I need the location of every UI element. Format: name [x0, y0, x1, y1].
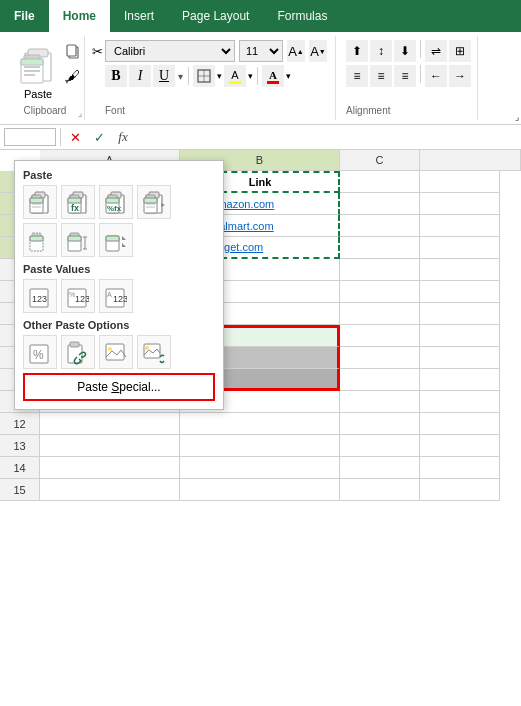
highlight-color-btn[interactable]: A — [224, 65, 246, 87]
cell-b12[interactable] — [180, 413, 340, 435]
tab-page-layout[interactable]: Page Layout — [168, 0, 263, 32]
cell-c8[interactable] — [340, 325, 420, 347]
paste-formatting-btn[interactable]: % — [23, 335, 57, 369]
cell-c14[interactable] — [340, 457, 420, 479]
underline-btn[interactable]: U — [153, 65, 175, 87]
divider4 — [420, 65, 421, 83]
align-expand-icon[interactable]: ⌟ — [515, 112, 519, 122]
paste-values-numfmt-btn[interactable]: % 123 — [61, 279, 95, 313]
cell-b14[interactable] — [180, 457, 340, 479]
font-family-select[interactable]: Calibri — [105, 40, 235, 62]
tab-home[interactable]: Home — [49, 0, 110, 32]
paste-values-row: 123 % 123 A 123 — [23, 279, 215, 313]
paste-formulas-btn[interactable]: fx — [61, 185, 95, 219]
paste-keep-source-btn[interactable] — [137, 185, 171, 219]
indent-less-btn[interactable]: ← — [425, 65, 447, 87]
divider2 — [257, 67, 258, 85]
cell-b13[interactable] — [180, 435, 340, 457]
cell-c6[interactable] — [340, 281, 420, 303]
row-num-14[interactable]: 14 — [0, 457, 40, 479]
cell-d5 — [420, 259, 500, 281]
paste-values-srcfmt-btn[interactable]: A 123 — [99, 279, 133, 313]
cell-a12[interactable] — [40, 413, 180, 435]
font-shrink-btn[interactable]: A▼ — [309, 40, 327, 62]
cell-c1[interactable] — [340, 171, 420, 193]
align-section-label: Alignment — [346, 103, 471, 116]
row-num-12[interactable]: 12 — [0, 413, 40, 435]
cell-a13[interactable] — [40, 435, 180, 457]
cell-c3[interactable] — [340, 215, 420, 237]
copy-btn[interactable] — [62, 40, 84, 62]
svg-rect-7 — [21, 59, 43, 65]
paste-linked-picture-btn[interactable] — [137, 335, 171, 369]
align-center-btn[interactable]: ≡ — [370, 65, 392, 87]
italic-btn[interactable]: I — [129, 65, 151, 87]
paste-formula-fmt-btn[interactable]: %fx — [99, 185, 133, 219]
highlight-arrow[interactable]: ▾ — [248, 71, 253, 81]
svg-rect-50 — [106, 236, 119, 241]
formula-bar-divider — [60, 128, 61, 146]
cell-c15[interactable] — [340, 479, 420, 501]
paste-button[interactable]: Paste — [14, 40, 62, 103]
cell-d11 — [420, 391, 500, 413]
format-painter-btn[interactable]: 🖌 — [62, 64, 84, 86]
row-num-13[interactable]: 13 — [0, 435, 40, 457]
cell-b15[interactable] — [180, 479, 340, 501]
cut-btn[interactable]: ✂ — [86, 40, 108, 62]
paste-picture-btn[interactable] — [99, 335, 133, 369]
tab-file[interactable]: File — [0, 0, 49, 32]
svg-rect-63 — [106, 344, 124, 360]
font-color-arrow[interactable]: ▾ — [286, 71, 291, 81]
svg-rect-25 — [68, 198, 81, 203]
cell-c5[interactable] — [340, 259, 420, 281]
paste-no-borders-btn[interactable] — [23, 223, 57, 257]
indent-more-btn[interactable]: → — [449, 65, 471, 87]
cell-c2[interactable] — [340, 193, 420, 215]
border-btn[interactable] — [193, 65, 215, 87]
paste-transpose-btn[interactable] — [99, 223, 133, 257]
font-size-select[interactable]: 11 — [239, 40, 283, 62]
cell-a14[interactable] — [40, 457, 180, 479]
col-header-c[interactable]: C — [340, 150, 420, 170]
svg-text:123: 123 — [32, 294, 47, 304]
underline-arrow[interactable]: ▾ — [178, 71, 183, 82]
formula-input[interactable] — [137, 130, 517, 144]
paste-link-btn[interactable] — [61, 335, 95, 369]
paste-col-widths-btn[interactable] — [61, 223, 95, 257]
align-top-btn[interactable]: ⬆ — [346, 40, 368, 62]
bold-btn[interactable]: B — [105, 65, 127, 87]
paste-row-2 — [23, 223, 215, 257]
name-box[interactable] — [4, 128, 56, 146]
align-left-btn[interactable]: ≡ — [346, 65, 368, 87]
insert-function-btn[interactable]: fx — [113, 127, 133, 147]
wrap-text-btn[interactable]: ⇌ — [425, 40, 447, 62]
cell-c9[interactable] — [340, 347, 420, 369]
font-color-btn[interactable]: A — [262, 65, 284, 87]
divider3 — [420, 40, 421, 58]
paste-other-row: % — [23, 335, 215, 369]
row-num-15[interactable]: 15 — [0, 479, 40, 501]
merge-btn[interactable]: ⊞ — [449, 40, 471, 62]
cell-c11[interactable] — [340, 391, 420, 413]
tab-formulas[interactable]: Formulas — [263, 0, 341, 32]
cell-c4[interactable] — [340, 237, 420, 259]
align-bottom-btn[interactable]: ⬇ — [394, 40, 416, 62]
cell-c12[interactable] — [340, 413, 420, 435]
align-middle-btn[interactable]: ↕ — [370, 40, 392, 62]
confirm-formula-btn[interactable]: ✓ — [89, 127, 109, 147]
cell-c10[interactable] — [340, 369, 420, 391]
clipboard-section-label: Clipboard — [24, 103, 67, 116]
cell-c13[interactable] — [340, 435, 420, 457]
border-arrow[interactable]: ▾ — [217, 71, 222, 81]
clipboard-expand-icon[interactable]: ⌟ — [78, 108, 82, 118]
svg-text:123: 123 — [75, 294, 89, 304]
align-right-btn[interactable]: ≡ — [394, 65, 416, 87]
font-grow-btn[interactable]: A▲ — [287, 40, 305, 62]
cancel-formula-btn[interactable]: ✕ — [65, 127, 85, 147]
paste-all-btn[interactable] — [23, 185, 57, 219]
paste-values-btn[interactable]: 123 — [23, 279, 57, 313]
cell-c7[interactable] — [340, 303, 420, 325]
tab-insert[interactable]: Insert — [110, 0, 168, 32]
paste-special-btn[interactable]: Paste Special... — [23, 373, 215, 401]
cell-a15[interactable] — [40, 479, 180, 501]
